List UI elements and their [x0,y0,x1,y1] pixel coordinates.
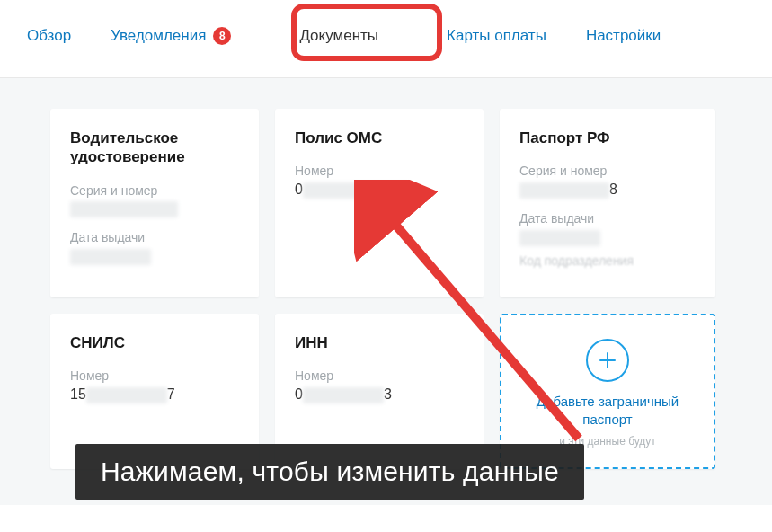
card-title: Паспорт РФ [519,129,696,147]
field-value: xxxxxx [519,229,696,246]
value-trail: 6 [411,182,419,197]
top-nav: Обзор Уведомления 8 Документы Карты опла… [0,0,772,78]
redacted-value: xxxxxxx [303,387,384,403]
card-title: Полис ОМС [295,129,464,147]
field-value: 0xxxxxxx3 [295,386,464,403]
value-trail: 3 [384,386,392,402]
card-driver-license[interactable]: Водительское удостоверение Серия и номер… [50,109,259,297]
field-label: Серия и номер [70,183,239,198]
field-value: xxxxxxxxx8 [519,182,696,199]
annotation-caption: Нажимаем, чтобы изменить данные [75,444,584,500]
value-lead: 0 [295,182,303,197]
add-card-title: Добавьте заграничный паспорт [521,393,694,428]
plus-icon [586,339,629,382]
redacted-value: xxxxxxx [86,387,167,403]
redacted-value: xxxxxxxxx [519,182,609,199]
field-label: Дата выдачи [519,211,696,226]
card-passport-rf[interactable]: Паспорт РФ Серия и номер xxxxxxxxx8 Дата… [500,109,715,297]
field-label: Серия и номер [519,164,696,178]
field-value: 0xxxxxxxxxxx6 [295,182,464,199]
field-label: Номер [295,368,464,383]
value-trail: 7 [167,386,175,402]
nav-notifications-label: Уведомления [111,27,206,45]
redacted-value: xxxxxxxx [70,201,178,217]
value-lead: 0 [295,386,303,402]
nav-settings[interactable]: Настройки [586,27,661,45]
field-value: xxxxxxxx [70,201,239,218]
redacted-value: xxxxxx [70,249,151,265]
field-label: Номер [295,164,464,178]
field-value: 15xxxxxxx7 [70,386,239,403]
notifications-badge: 8 [213,27,231,45]
nav-documents[interactable]: Документы [271,16,407,56]
field-value: xxxxxx [70,248,239,265]
field-label: Код подразделения [519,253,696,268]
documents-page: Водительское удостоверение Серия и номер… [0,78,772,505]
value-trail: 8 [609,182,617,197]
documents-grid: Водительское удостоверение Серия и номер… [50,109,736,469]
card-title: СНИЛС [70,333,239,352]
redacted-value: xxxxxx [519,230,600,246]
card-title: Водительское удостоверение [70,129,239,167]
nav-overview[interactable]: Обзор [27,27,71,45]
card-title: ИНН [295,333,464,352]
card-oms-policy[interactable]: Полис ОМС Номер 0xxxxxxxxxxx6 [275,109,484,297]
redacted-value: xxxxxxxxxxx [303,182,411,199]
field-label: Номер [70,368,239,383]
nav-notifications[interactable]: Уведомления 8 [111,27,231,45]
nav-payment-cards[interactable]: Карты оплаты [447,27,546,45]
value-lead: 15 [70,386,86,402]
field-label: Дата выдачи [70,230,239,244]
